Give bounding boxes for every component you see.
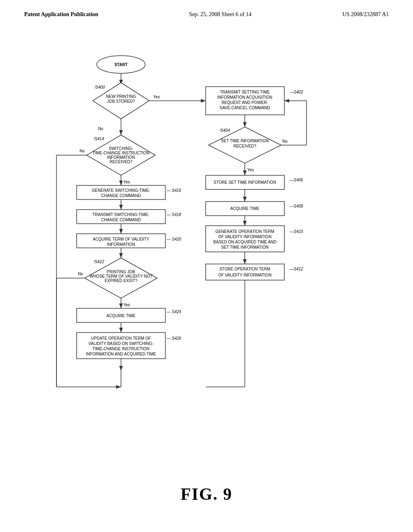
svg-text:No: No [78,272,83,276]
svg-text:—S412: —S412 [289,267,303,271]
svg-text:⸀S414: ⸀S414 [94,137,104,141]
svg-text:— S418: — S418 [166,212,181,217]
svg-text:CHANGE COMMAND: CHANGE COMMAND [101,218,141,222]
svg-text:TIME-CHANGE INSTRUCTION: TIME-CHANGE INSTRUCTION [92,151,149,155]
svg-text:VALIDITY BASED ON SWITCHING-: VALIDITY BASED ON SWITCHING- [88,341,153,346]
svg-text:— S416: — S416 [166,188,181,193]
svg-text:ACQUIRE TERM OF VALIDITY: ACQUIRE TERM OF VALIDITY [93,237,149,241]
figure-label: FIG. 9 [0,484,413,504]
svg-text:NEW PRINTING: NEW PRINTING [106,94,136,99]
svg-text:Yes: Yes [123,303,130,307]
svg-text:REQUEST AND POWER-: REQUEST AND POWER- [221,100,268,105]
svg-text:SET TIME INFORMATION: SET TIME INFORMATION [221,245,269,249]
svg-rect-39 [206,264,284,280]
svg-text:PRINTING JOB: PRINTING JOB [107,270,135,274]
svg-text:BASED ON ACQUIRED TIME AND: BASED ON ACQUIRED TIME AND [213,240,277,244]
svg-text:GENERATE OPERATION TERM: GENERATE OPERATION TERM [215,229,274,234]
svg-text:OF VALIDITY INFORMATION: OF VALIDITY INFORMATION [218,273,271,277]
svg-text:TRANSMIT SETTING TIME: TRANSMIT SETTING TIME [220,90,270,94]
svg-text:ACQUIRE TIME: ACQUIRE TIME [106,314,136,318]
svg-text:— S420: — S420 [166,237,181,241]
svg-text:JOB STORED?: JOB STORED? [107,99,135,104]
flowchart-container: START ⸀S400 NEW PRINTING JOB STORED? Yes… [32,52,379,403]
svg-text:— S424: — S424 [166,310,181,314]
svg-text:CHANGE COMMAND: CHANGE COMMAND [101,193,141,198]
header-publication: Patent Application Publication [24,11,98,18]
svg-text:—S406: —S406 [289,178,303,182]
svg-text:⸀S422: ⸀S422 [94,260,104,264]
svg-text:— S426: — S426 [166,336,181,341]
svg-text:START: START [115,62,128,67]
svg-text:—S408: —S408 [289,204,303,208]
svg-text:STORE OPERATION TERM: STORE OPERATION TERM [219,267,270,271]
svg-text:SWITCHING-: SWITCHING- [109,146,133,151]
svg-text:SET TIME INFORMATION: SET TIME INFORMATION [221,139,269,143]
page-header: Patent Application Publication Sep. 25, … [0,0,413,22]
header-patent-number: US 2008/232887 A1 [342,11,389,18]
svg-text:STORE SET TIME INFORMATION: STORE SET TIME INFORMATION [214,180,276,185]
svg-text:WHOSE TERM OF VALIDITY NOT: WHOSE TERM OF VALIDITY NOT [90,274,152,278]
svg-text:TRANSMIT SWITCHING-TIME-: TRANSMIT SWITCHING-TIME- [92,212,149,217]
svg-text:⸀S404: ⸀S404 [219,128,230,133]
svg-text:GENERATE SWITCHING-TIME-: GENERATE SWITCHING-TIME- [92,188,150,193]
svg-text:No: No [282,139,288,143]
svg-text:No: No [79,149,85,153]
svg-text:TIME-CHANGE INSTRUCTION: TIME-CHANGE INSTRUCTION [92,347,149,351]
svg-text:ACQUIRE TIME: ACQUIRE TIME [230,206,259,211]
svg-text:Yes: Yes [153,95,160,99]
svg-text:RECEIVED?: RECEIVED? [110,160,133,164]
svg-text:INFORMATION: INFORMATION [107,242,135,247]
svg-text:Yes: Yes [247,168,254,172]
svg-text:⸀S400: ⸀S400 [94,85,105,89]
svg-text:INFORMATION ACQUISITION: INFORMATION ACQUISITION [217,95,272,100]
svg-text:INFORMATION AND ACQUIRED TIME: INFORMATION AND ACQUIRED TIME [86,352,156,356]
svg-text:—S402: —S402 [289,90,303,94]
svg-text:—S410: —S410 [289,229,303,234]
flowchart-svg: START ⸀S400 NEW PRINTING JOB STORED? Yes… [32,52,379,403]
svg-text:RECEIVED?: RECEIVED? [234,144,257,148]
svg-text:UPDATE OPERATION TERM OF: UPDATE OPERATION TERM OF [91,336,151,341]
svg-text:OF VALIDITY INFORMATION: OF VALIDITY INFORMATION [218,235,271,239]
svg-text:Yes: Yes [123,180,130,184]
header-date-sheet: Sep. 25, 2008 Sheet 6 of 14 [189,11,252,18]
svg-text:SAVE-CANCEL COMMAND: SAVE-CANCEL COMMAND [219,106,270,110]
svg-text:EXPIRED EXIST?: EXPIRED EXIST? [104,278,138,283]
svg-text:No: No [98,127,103,131]
svg-text:INFORMATION: INFORMATION [107,155,135,160]
